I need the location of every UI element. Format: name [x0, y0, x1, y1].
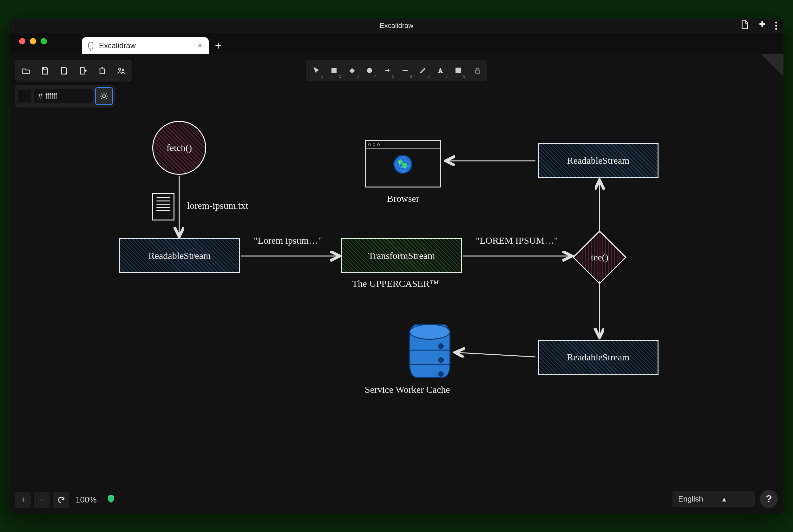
- globe-icon: [393, 155, 412, 174]
- minimize-window-icon[interactable]: [30, 38, 36, 44]
- label-lorem-upper: "LOREM IPSUM…": [476, 235, 558, 246]
- new-tab-button[interactable]: +: [209, 37, 228, 54]
- node-tee[interactable]: tee(): [573, 230, 626, 284]
- svg-line-18: [456, 353, 536, 357]
- titlebar: Excalidraw: [9, 19, 784, 33]
- excalidraw-app: # 1 2 3 4 5 6 7 A8 9 + − 100%: [9, 54, 784, 514]
- file-icon[interactable]: [152, 193, 174, 221]
- tab-strip: Excalidraw × +: [9, 33, 784, 54]
- tab-title: Excalidraw: [99, 41, 136, 50]
- label-cache: Service Worker Cache: [365, 384, 450, 395]
- close-window-icon[interactable]: [19, 38, 25, 44]
- tab-close-icon[interactable]: ×: [198, 41, 202, 51]
- page-icon[interactable]: [740, 20, 749, 32]
- drawing-canvas[interactable]: fetch() lorem-ipsum.txt ReadableStream "…: [9, 54, 784, 514]
- browser-window-icon[interactable]: [365, 140, 441, 188]
- maximize-window-icon[interactable]: [41, 38, 47, 44]
- node-fetch[interactable]: fetch(): [152, 121, 206, 175]
- node-readable-2[interactable]: ReadableStream: [538, 143, 658, 178]
- label-lorem-lower: "Lorem ipsum…": [254, 235, 322, 246]
- traffic-lights[interactable]: [19, 38, 47, 44]
- extensions-icon[interactable]: [757, 20, 767, 32]
- menu-dots-icon[interactable]: [775, 22, 777, 30]
- mic-icon: [88, 42, 93, 50]
- node-readable-1[interactable]: ReadableStream: [119, 238, 240, 273]
- node-transform[interactable]: TransformStream: [341, 238, 462, 273]
- app-window: Excalidraw Excalidraw × +: [9, 19, 784, 514]
- filename-label: lorem-ipsum.txt: [187, 200, 248, 211]
- node-readable-3[interactable]: ReadableStream: [538, 340, 658, 375]
- browser-tab[interactable]: Excalidraw ×: [82, 37, 209, 54]
- window-title: Excalidraw: [380, 22, 413, 30]
- database-icon[interactable]: [409, 324, 450, 378]
- label-uppercaser: The UPPERCASER™: [352, 278, 439, 289]
- label-browser: Browser: [387, 193, 419, 204]
